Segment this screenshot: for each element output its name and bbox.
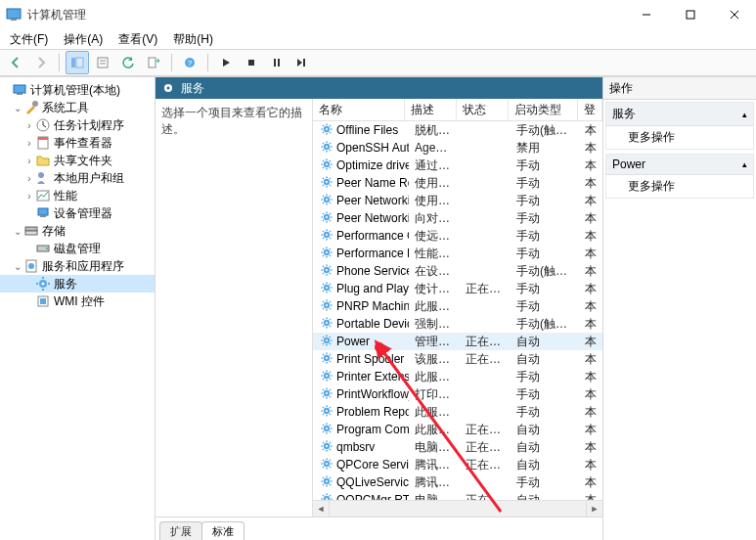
gear-icon — [321, 299, 333, 314]
tree-storage[interactable]: ⌄ 存储 — [0, 222, 155, 240]
col-logon[interactable]: 登 — [578, 99, 602, 120]
maximize-button[interactable] — [668, 0, 712, 29]
service-desc: 性能… — [409, 246, 460, 262]
window-title: 计算机管理 — [27, 7, 624, 23]
service-row[interactable]: Peer Networking Grouping使用…手动本 — [313, 192, 602, 209]
service-name: Phone Service — [336, 264, 409, 278]
service-name: Problem Reports and Soluti… — [336, 405, 409, 419]
center-pane: 服务 选择一个项目来查看它的描述。 名称 描述 状态 启动类型 登 Offlin… — [156, 77, 603, 540]
show-hide-tree-button[interactable] — [66, 51, 89, 74]
actions-more-services[interactable]: 更多操作 — [606, 126, 753, 149]
svg-line-179 — [323, 354, 324, 355]
svg-rect-0 — [7, 9, 21, 19]
minimize-button[interactable] — [624, 0, 668, 29]
tree-disk-management[interactable]: 磁盘管理 — [0, 240, 155, 257]
forward-button[interactable] — [29, 51, 53, 74]
service-row[interactable]: Performance Logs & Alerts性能…手动本 — [313, 245, 602, 262]
expand-icon[interactable]: › — [23, 191, 35, 202]
tree-device-manager[interactable]: 设备管理器 — [0, 204, 155, 222]
col-name[interactable]: 名称 — [313, 99, 405, 120]
expand-icon[interactable]: › — [23, 156, 35, 166]
svg-line-79 — [323, 178, 324, 179]
service-desc: 管理… — [409, 334, 460, 350]
service-row[interactable]: Optimize drives通过…手动本 — [313, 157, 602, 174]
menu-file[interactable]: 文件(F) — [4, 29, 54, 50]
service-name: OpenSSH Authentication A… — [336, 141, 409, 155]
service-row[interactable]: Offline Files脱机…手动(触发…本 — [313, 121, 602, 139]
svg-line-109 — [323, 231, 324, 232]
svg-line-62 — [323, 150, 324, 151]
properties-button[interactable] — [91, 51, 114, 74]
service-row[interactable]: QPCore Service腾讯…正在…自动本 — [313, 456, 602, 473]
col-status[interactable]: 状态 — [457, 99, 509, 120]
service-row[interactable]: Portable Device Enumerato…强制…手动(触发…本 — [313, 315, 602, 333]
service-row[interactable]: Problem Reports and Soluti…此服…手动本 — [313, 403, 602, 421]
tree-performance[interactable]: › 性能 — [0, 187, 155, 204]
service-rows[interactable]: Offline Files脱机…手动(触发…本OpenSSH Authentic… — [313, 121, 602, 500]
expand-icon[interactable]: › — [23, 173, 35, 184]
expand-icon[interactable]: › — [23, 120, 35, 131]
actions-group-services-title[interactable]: 服务 ▴ — [606, 103, 753, 126]
service-row[interactable]: Program Compatibility Assi…此服…正在…自动本 — [313, 421, 602, 438]
tab-standard[interactable]: 标准 — [201, 521, 245, 540]
tree-system-tools[interactable]: ⌄ 系统工具 — [0, 99, 155, 116]
svg-point-243 — [326, 462, 328, 464]
service-name: PrintWorkflow_5efd37 — [336, 387, 409, 401]
pause-service-button[interactable] — [265, 51, 289, 74]
service-row[interactable]: QQPCMgr RTP Service电脑…正在…自动本 — [313, 491, 602, 500]
menu-view[interactable]: 查看(V) — [112, 29, 163, 50]
service-row[interactable]: Plug and Play使计…正在…手动本 — [313, 280, 602, 297]
service-row[interactable]: OpenSSH Authentication A…Agen…禁用本 — [313, 139, 602, 157]
gear-icon — [321, 335, 333, 349]
start-service-button[interactable] — [214, 51, 238, 74]
collapse-icon[interactable]: ⌄ — [12, 261, 23, 272]
help-button[interactable]: ? — [178, 51, 201, 74]
service-row[interactable]: Phone Service在设…手动(触发…本 — [313, 262, 602, 280]
tree-shared-folders[interactable]: › 共享文件夹 — [0, 152, 155, 169]
expand-icon[interactable]: › — [23, 138, 35, 149]
svg-point-73 — [326, 162, 328, 164]
col-startup[interactable]: 启动类型 — [509, 99, 578, 120]
gear-icon — [321, 387, 333, 402]
tree-local-users[interactable]: › 本地用户和组 — [0, 169, 155, 187]
tree-event-viewer[interactable]: › 事件查看器 — [0, 134, 155, 152]
menu-action[interactable]: 操作(A) — [58, 29, 109, 50]
service-row[interactable]: Peer Networking Identity M…向对…手动本 — [313, 209, 602, 227]
tree-services[interactable]: 服务 — [0, 275, 155, 292]
tree-task-scheduler[interactable]: › 任务计划程序 — [0, 116, 155, 134]
collapse-icon[interactable]: ⌄ — [12, 226, 23, 237]
export-list-button[interactable] — [142, 51, 165, 74]
refresh-button[interactable] — [116, 51, 140, 74]
actions-group-power-title[interactable]: Power ▴ — [606, 155, 753, 175]
service-row[interactable]: Peer Name Resolution Prot…使用…手动本 — [313, 174, 602, 192]
menu-help[interactable]: 帮助(H) — [167, 29, 219, 50]
services-list[interactable]: 名称 描述 状态 启动类型 登 Offline Files脱机…手动(触发…本O… — [312, 99, 602, 517]
col-description[interactable]: 描述 — [405, 99, 457, 120]
tree-services-apps[interactable]: ⌄ 服务和应用程序 — [0, 257, 155, 275]
title-bar[interactable]: 计算机管理 — [0, 0, 756, 29]
service-startup: 手动(触发… — [511, 122, 579, 139]
actions-more-power[interactable]: 更多操作 — [606, 175, 753, 198]
tab-extended[interactable]: 扩展 — [159, 521, 202, 540]
service-row[interactable]: QQLiveService腾讯…手动本 — [313, 473, 602, 491]
collapse-icon[interactable]: ⌄ — [12, 103, 23, 113]
service-row[interactable]: Print Spooler该服…正在…自动本 — [313, 350, 602, 368]
close-button[interactable] — [712, 0, 756, 29]
service-row[interactable]: qmbsrv电脑…正在…自动本 — [313, 438, 602, 456]
service-row[interactable]: PNRP Machine Name Publi…此服…手动本 — [313, 297, 602, 315]
scroll-right-button[interactable]: ► — [586, 501, 602, 517]
service-row[interactable]: Performance Counter DLL …使远…手动本 — [313, 227, 602, 245]
service-desc: 通过… — [409, 158, 460, 174]
tree-root[interactable]: 计算机管理(本地) — [0, 81, 155, 99]
tree-wmi[interactable]: WMI 控件 — [0, 292, 155, 310]
navigation-tree[interactable]: 计算机管理(本地) ⌄ 系统工具 › 任务计划程序 › 事件查看器 › 共享文件… — [0, 77, 156, 540]
stop-service-button[interactable] — [240, 51, 263, 74]
restart-service-button[interactable] — [290, 51, 314, 74]
service-row[interactable]: Power管理…正在…自动本 — [313, 333, 602, 350]
horizontal-scrollbar[interactable]: ◄ ► — [313, 500, 602, 517]
service-row[interactable]: PrintWorkflow_5efd37打印…手动本 — [313, 385, 602, 403]
scroll-left-button[interactable]: ◄ — [313, 501, 330, 517]
svg-line-131 — [330, 266, 331, 267]
service-row[interactable]: Printer Extensions and Notif…此服…手动本 — [313, 368, 602, 385]
back-button[interactable] — [4, 51, 27, 74]
